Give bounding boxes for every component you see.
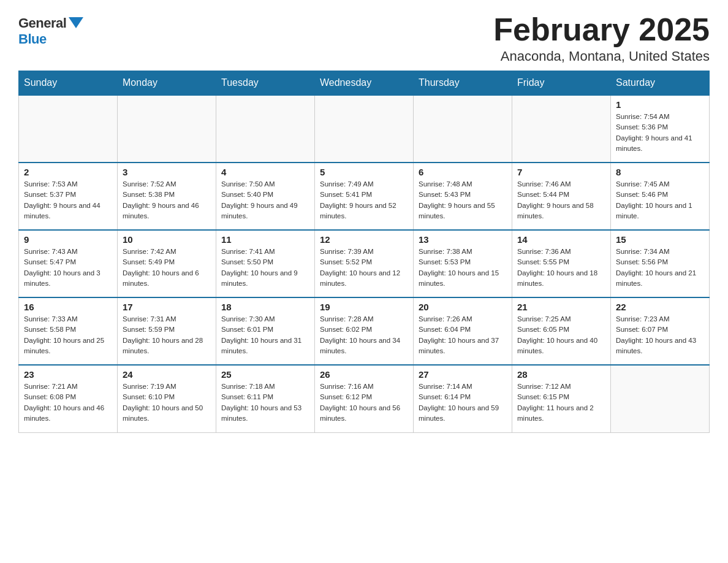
- day-number: 25: [221, 369, 309, 380]
- day-number: 16: [24, 302, 112, 312]
- day-number: 18: [221, 302, 309, 312]
- calendar-cell: 10Sunrise: 7:42 AMSunset: 5:49 PMDayligh…: [118, 230, 216, 297]
- day-info: Sunrise: 7:42 AMSunset: 5:49 PMDaylight:…: [123, 247, 211, 289]
- day-info: Sunrise: 7:25 AMSunset: 6:05 PMDaylight:…: [517, 314, 605, 356]
- logo: General Blue: [18, 15, 83, 47]
- calendar-cell: 9Sunrise: 7:43 AMSunset: 5:47 PMDaylight…: [19, 230, 118, 297]
- day-number: 13: [419, 234, 507, 245]
- calendar-cell: 11Sunrise: 7:41 AMSunset: 5:50 PMDayligh…: [216, 230, 315, 297]
- calendar-cell: 26Sunrise: 7:16 AMSunset: 6:12 PMDayligh…: [315, 365, 414, 432]
- day-info: Sunrise: 7:30 AMSunset: 6:01 PMDaylight:…: [221, 314, 309, 356]
- day-info: Sunrise: 7:33 AMSunset: 5:58 PMDaylight:…: [24, 314, 112, 356]
- calendar-cell: 12Sunrise: 7:39 AMSunset: 5:52 PMDayligh…: [315, 230, 414, 297]
- day-number: 9: [24, 234, 112, 245]
- day-number: 5: [320, 167, 408, 177]
- calendar-cell: 23Sunrise: 7:21 AMSunset: 6:08 PMDayligh…: [19, 365, 118, 432]
- day-number: 17: [123, 302, 211, 312]
- day-number: 3: [123, 167, 211, 177]
- day-info: Sunrise: 7:41 AMSunset: 5:50 PMDaylight:…: [221, 247, 309, 289]
- calendar-cell: 13Sunrise: 7:38 AMSunset: 5:53 PMDayligh…: [414, 230, 512, 297]
- calendar-cell: [611, 365, 710, 432]
- calendar-cell: 5Sunrise: 7:49 AMSunset: 5:41 PMDaylight…: [315, 163, 414, 230]
- day-number: 11: [221, 234, 309, 245]
- day-info: Sunrise: 7:43 AMSunset: 5:47 PMDaylight:…: [24, 247, 112, 289]
- calendar-cell: [512, 95, 611, 163]
- day-number: 8: [616, 167, 704, 177]
- calendar-cell: 3Sunrise: 7:52 AMSunset: 5:38 PMDaylight…: [118, 163, 216, 230]
- day-info: Sunrise: 7:46 AMSunset: 5:44 PMDaylight:…: [517, 179, 605, 221]
- calendar-week-row: 23Sunrise: 7:21 AMSunset: 6:08 PMDayligh…: [19, 365, 710, 432]
- calendar-week-row: 16Sunrise: 7:33 AMSunset: 5:58 PMDayligh…: [19, 297, 710, 365]
- day-info: Sunrise: 7:38 AMSunset: 5:53 PMDaylight:…: [419, 247, 507, 289]
- day-number: 27: [419, 369, 507, 380]
- weekday-header-thursday: Thursday: [414, 71, 512, 96]
- day-info: Sunrise: 7:53 AMSunset: 5:37 PMDaylight:…: [24, 179, 112, 221]
- logo-triangle-icon: [69, 17, 83, 28]
- calendar-cell: 16Sunrise: 7:33 AMSunset: 5:58 PMDayligh…: [19, 297, 118, 365]
- day-number: 22: [616, 302, 704, 312]
- day-number: 23: [24, 369, 112, 380]
- calendar-cell: 22Sunrise: 7:23 AMSunset: 6:07 PMDayligh…: [611, 297, 710, 365]
- day-number: 4: [221, 167, 309, 177]
- day-info: Sunrise: 7:50 AMSunset: 5:40 PMDaylight:…: [221, 179, 309, 221]
- weekday-header-tuesday: Tuesday: [216, 71, 315, 96]
- calendar-cell: 15Sunrise: 7:34 AMSunset: 5:56 PMDayligh…: [611, 230, 710, 297]
- logo-blue-text: Blue: [18, 31, 47, 47]
- day-info: Sunrise: 7:39 AMSunset: 5:52 PMDaylight:…: [320, 247, 408, 289]
- page-header: General Blue February 2025 Anaconda, Mon…: [18, 12, 710, 64]
- day-number: 14: [517, 234, 605, 245]
- day-number: 20: [419, 302, 507, 312]
- day-number: 12: [320, 234, 408, 245]
- day-info: Sunrise: 7:48 AMSunset: 5:43 PMDaylight:…: [419, 179, 507, 221]
- day-number: 10: [123, 234, 211, 245]
- calendar-week-row: 1Sunrise: 7:54 AMSunset: 5:36 PMDaylight…: [19, 95, 710, 163]
- day-info: Sunrise: 7:19 AMSunset: 6:10 PMDaylight:…: [123, 381, 211, 424]
- day-number: 2: [24, 167, 112, 177]
- day-info: Sunrise: 7:34 AMSunset: 5:56 PMDaylight:…: [616, 247, 704, 289]
- calendar-title: February 2025: [493, 12, 710, 47]
- day-info: Sunrise: 7:28 AMSunset: 6:02 PMDaylight:…: [320, 314, 408, 356]
- day-number: 1: [616, 99, 704, 110]
- day-info: Sunrise: 7:18 AMSunset: 6:11 PMDaylight:…: [221, 381, 309, 424]
- day-info: Sunrise: 7:45 AMSunset: 5:46 PMDaylight:…: [616, 179, 704, 221]
- day-info: Sunrise: 7:23 AMSunset: 6:07 PMDaylight:…: [616, 314, 704, 356]
- calendar-cell: 6Sunrise: 7:48 AMSunset: 5:43 PMDaylight…: [414, 163, 512, 230]
- day-info: Sunrise: 7:49 AMSunset: 5:41 PMDaylight:…: [320, 179, 408, 221]
- weekday-header-wednesday: Wednesday: [315, 71, 414, 96]
- day-info: Sunrise: 7:12 AMSunset: 6:15 PMDaylight:…: [517, 381, 605, 424]
- calendar-cell: [315, 95, 414, 163]
- day-number: 28: [517, 369, 605, 380]
- day-number: 19: [320, 302, 408, 312]
- calendar-cell: 20Sunrise: 7:26 AMSunset: 6:04 PMDayligh…: [414, 297, 512, 365]
- day-number: 21: [517, 302, 605, 312]
- weekday-header-friday: Friday: [512, 71, 611, 96]
- calendar-cell: 25Sunrise: 7:18 AMSunset: 6:11 PMDayligh…: [216, 365, 315, 432]
- calendar-week-row: 9Sunrise: 7:43 AMSunset: 5:47 PMDaylight…: [19, 230, 710, 297]
- calendar-header-row: SundayMondayTuesdayWednesdayThursdayFrid…: [19, 71, 710, 96]
- calendar-cell: 18Sunrise: 7:30 AMSunset: 6:01 PMDayligh…: [216, 297, 315, 365]
- calendar-cell: 4Sunrise: 7:50 AMSunset: 5:40 PMDaylight…: [216, 163, 315, 230]
- day-number: 26: [320, 369, 408, 380]
- calendar-cell: 27Sunrise: 7:14 AMSunset: 6:14 PMDayligh…: [414, 365, 512, 432]
- calendar-cell: 21Sunrise: 7:25 AMSunset: 6:05 PMDayligh…: [512, 297, 611, 365]
- calendar-cell: 14Sunrise: 7:36 AMSunset: 5:55 PMDayligh…: [512, 230, 611, 297]
- calendar-cell: 7Sunrise: 7:46 AMSunset: 5:44 PMDaylight…: [512, 163, 611, 230]
- day-info: Sunrise: 7:36 AMSunset: 5:55 PMDaylight:…: [517, 247, 605, 289]
- calendar-subtitle: Anaconda, Montana, United States: [493, 48, 710, 64]
- day-info: Sunrise: 7:52 AMSunset: 5:38 PMDaylight:…: [123, 179, 211, 221]
- day-number: 6: [419, 167, 507, 177]
- calendar-cell: [118, 95, 216, 163]
- weekday-header-sunday: Sunday: [19, 71, 118, 96]
- day-number: 7: [517, 167, 605, 177]
- calendar-cell: 1Sunrise: 7:54 AMSunset: 5:36 PMDaylight…: [611, 95, 710, 163]
- weekday-header-saturday: Saturday: [611, 71, 710, 96]
- calendar-cell: 2Sunrise: 7:53 AMSunset: 5:37 PMDaylight…: [19, 163, 118, 230]
- calendar-cell: [414, 95, 512, 163]
- day-number: 15: [616, 234, 704, 245]
- calendar-cell: 8Sunrise: 7:45 AMSunset: 5:46 PMDaylight…: [611, 163, 710, 230]
- calendar-cell: [19, 95, 118, 163]
- weekday-header-monday: Monday: [118, 71, 216, 96]
- calendar-cell: 19Sunrise: 7:28 AMSunset: 6:02 PMDayligh…: [315, 297, 414, 365]
- day-info: Sunrise: 7:54 AMSunset: 5:36 PMDaylight:…: [616, 112, 704, 154]
- calendar-cell: 24Sunrise: 7:19 AMSunset: 6:10 PMDayligh…: [118, 365, 216, 432]
